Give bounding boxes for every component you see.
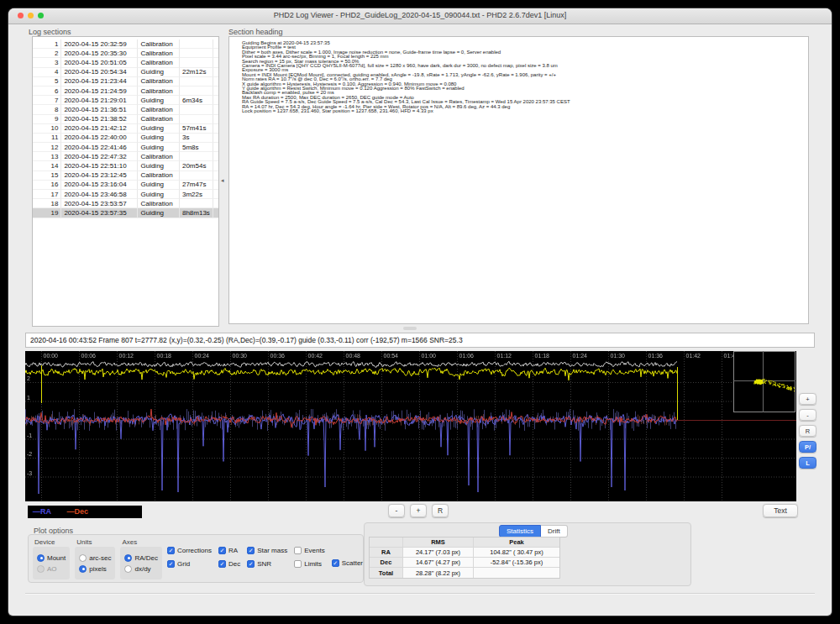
log-section-row[interactable]: 112020-04-15 22:40:00Guiding3s bbox=[33, 134, 218, 143]
log-cell-filler bbox=[213, 87, 218, 96]
log-cell-filler bbox=[213, 143, 218, 152]
log-section-row[interactable]: 52020-04-15 21:23:44Calibration bbox=[33, 77, 218, 87]
log-section-row[interactable]: 152020-04-15 23:12:45Calibration bbox=[33, 171, 218, 181]
log-cell-datetime: 2020-04-15 23:16:04 bbox=[61, 181, 138, 190]
log-section-row[interactable]: 122020-04-15 22:41:46Guiding5m8s bbox=[33, 143, 218, 152]
log-section-row[interactable]: 82020-04-15 21:36:51Calibration bbox=[33, 105, 218, 114]
log-section-row[interactable]: 132020-04-15 22:47:32Calibration bbox=[33, 152, 218, 161]
radio-pixels[interactable]: pixels bbox=[79, 565, 111, 573]
text-view-button[interactable]: Text bbox=[763, 504, 798, 517]
log-cell-duration: 5m8s bbox=[180, 143, 213, 152]
radio-label: Mount bbox=[47, 554, 66, 562]
log-cell-type: Guiding bbox=[138, 181, 180, 190]
log-cell-filler bbox=[213, 115, 218, 124]
stats-header-cell: RMS bbox=[403, 537, 474, 548]
guide-graph[interactable] bbox=[25, 351, 796, 501]
section-heading-panel[interactable]: Guiding Begins at 2020-04-15 23:57:35Equ… bbox=[228, 36, 809, 324]
log-section-row[interactable]: 12020-04-15 20:32:59Calibration bbox=[33, 39, 218, 49]
checkbox-snr[interactable]: ✓SNR bbox=[247, 560, 287, 568]
log-section-row[interactable]: 162020-04-15 23:16:04Guiding27m47s bbox=[33, 181, 218, 190]
log-section-row[interactable]: 182020-04-15 23:53:57Calibration bbox=[33, 199, 218, 208]
log-cell-index: 7 bbox=[33, 96, 61, 105]
checkbox-icon: ✓ bbox=[167, 547, 175, 554]
log-cell-datetime: 2020-04-15 22:41:46 bbox=[61, 143, 138, 152]
log-cell-index: 4 bbox=[33, 68, 61, 77]
log-cell-index: 13 bbox=[33, 152, 61, 161]
log-section-row[interactable]: 92020-04-15 21:38:52Calibration bbox=[33, 115, 218, 124]
stats-rms-value: 14.67" (4.27 px) bbox=[403, 558, 474, 568]
checkbox-label: SNR bbox=[257, 560, 271, 568]
checkbox-icon bbox=[294, 560, 302, 568]
log-section-row[interactable]: 72020-04-15 21:29:01Guiding6m34s bbox=[33, 96, 218, 105]
checkbox-scatter[interactable]: ✓Scatter bbox=[332, 559, 363, 567]
checkbox-star-mass[interactable]: ✓Star mass bbox=[247, 547, 287, 554]
radio-icon bbox=[79, 565, 87, 573]
radio-icon bbox=[37, 554, 45, 562]
titlebar[interactable]: PHD2 Log Viewer - PHD2_GuideLog_2020-04-… bbox=[8, 8, 832, 24]
checkbox-ra[interactable]: ✓RA bbox=[218, 547, 240, 554]
radio-arc-sec[interactable]: arc-sec bbox=[79, 554, 111, 562]
checkbox-label: RA bbox=[228, 547, 238, 554]
log-section-row[interactable]: 42020-04-15 20:54:34Guiding22m12s bbox=[33, 68, 218, 77]
tab-drift[interactable]: Drift bbox=[541, 525, 568, 537]
log-cell-datetime: 2020-04-15 21:23:44 bbox=[61, 77, 138, 87]
log-cell-filler bbox=[213, 161, 218, 170]
legend-dec: —Dec bbox=[67, 507, 89, 516]
guide-graph-canvas[interactable] bbox=[25, 351, 796, 501]
radio-dx-dy[interactable]: dx/dy bbox=[124, 565, 158, 573]
log-cell-type: Guiding bbox=[138, 208, 180, 218]
log-cell-index: 8 bbox=[33, 105, 61, 114]
log-cell-filler bbox=[213, 134, 218, 143]
log-section-row[interactable]: 32020-04-15 20:51:05Calibration bbox=[33, 58, 218, 67]
horizontal-zoom-buttons: - + R bbox=[388, 504, 449, 517]
radio-ra-dec[interactable]: RA/Dec bbox=[124, 554, 158, 562]
radio-mount[interactable]: Mount bbox=[37, 554, 66, 562]
log-cell-duration bbox=[180, 58, 213, 67]
hzoom-in-button[interactable]: + bbox=[410, 504, 427, 517]
vertical-splitter[interactable]: ◂ bbox=[221, 36, 228, 324]
log-cell-duration: 3s bbox=[180, 134, 213, 143]
close-button[interactable] bbox=[18, 13, 24, 18]
log-section-row[interactable]: 62020-04-15 21:24:59Calibration bbox=[33, 87, 218, 96]
checkbox-icon: ✓ bbox=[332, 559, 339, 567]
radio-ao: AO bbox=[37, 565, 66, 573]
l-toggle-button[interactable]: L bbox=[799, 457, 816, 469]
maximize-button[interactable] bbox=[38, 13, 44, 18]
log-sections-table[interactable]: 12020-04-15 20:32:59Calibration22020-04-… bbox=[32, 36, 219, 327]
checkbox-limits[interactable]: Limits bbox=[294, 560, 324, 568]
log-cell-type: Guiding bbox=[138, 68, 180, 77]
log-cell-datetime: 2020-04-15 22:40:00 bbox=[61, 134, 138, 143]
log-cell-index: 11 bbox=[33, 134, 61, 143]
hzoom-out-button[interactable]: - bbox=[388, 504, 405, 517]
log-section-row[interactable]: 102020-04-15 21:42:12Guiding57m41s bbox=[33, 124, 218, 134]
log-section-row[interactable]: 142020-04-15 22:51:10Guiding20m54s bbox=[33, 161, 218, 170]
collapse-arrow-icon: ◂ bbox=[221, 177, 224, 184]
device-group-box: MountAO bbox=[33, 547, 70, 579]
log-cell-index: 15 bbox=[33, 171, 61, 181]
horizontal-splitter-handle[interactable] bbox=[403, 327, 417, 330]
checkbox-icon: ✓ bbox=[167, 560, 175, 568]
radio-icon bbox=[37, 565, 45, 573]
vertical-zoom-out-button[interactable]: - bbox=[799, 409, 816, 421]
log-section-row[interactable]: 192020-04-15 23:57:35Guiding8h8m13s bbox=[33, 208, 218, 218]
log-cell-filler bbox=[213, 181, 218, 190]
vertical-zoom-in-button[interactable]: + bbox=[799, 393, 816, 405]
checkbox-events[interactable]: Events bbox=[294, 547, 324, 554]
checkbox-dec[interactable]: ✓Dec bbox=[218, 560, 240, 568]
log-cell-duration bbox=[180, 77, 213, 87]
graph-side-buttons: +-RP/L bbox=[799, 393, 816, 469]
checkbox-corrections[interactable]: ✓Corrections bbox=[167, 547, 212, 554]
minimize-button[interactable] bbox=[28, 13, 34, 18]
log-section-row[interactable]: 22020-04-15 20:35:30Calibration bbox=[33, 49, 218, 58]
checkbox-label: Star mass bbox=[257, 547, 287, 554]
log-section-row[interactable]: 172020-04-15 23:46:58Guiding3m22s bbox=[33, 190, 218, 199]
stats-row-label: RA bbox=[370, 548, 403, 558]
log-cell-index: 19 bbox=[33, 208, 61, 218]
p-toggle-button[interactable]: P/ bbox=[799, 441, 816, 453]
hzoom-reset-button[interactable]: R bbox=[432, 504, 449, 517]
checkbox-grid[interactable]: ✓Grid bbox=[167, 560, 212, 568]
tab-statistics[interactable]: Statistics bbox=[499, 525, 541, 537]
vertical-reset-button[interactable]: R bbox=[799, 425, 816, 437]
log-cell-datetime: 2020-04-15 20:35:30 bbox=[61, 49, 138, 58]
log-cell-filler bbox=[213, 208, 218, 218]
